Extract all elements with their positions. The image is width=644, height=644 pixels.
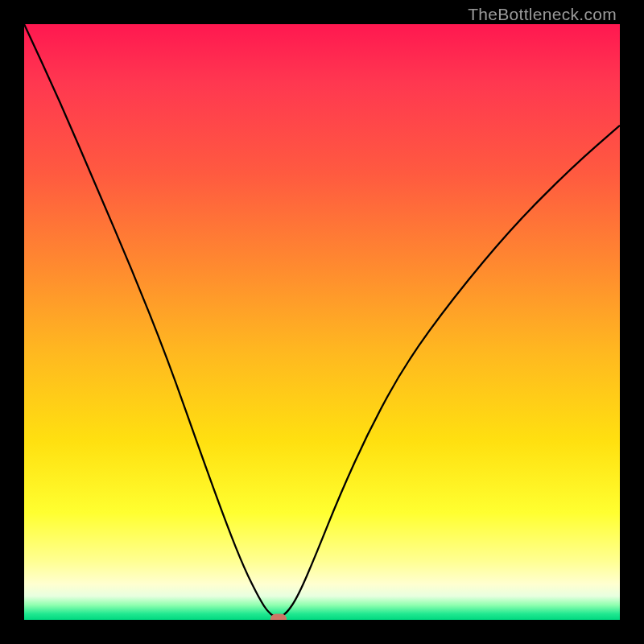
watermark-text: TheBottleneck.com <box>468 5 617 24</box>
optimum-marker <box>270 613 287 620</box>
curve-svg <box>24 24 620 620</box>
plot-area <box>24 24 620 620</box>
bottleneck-curve-path <box>24 24 620 617</box>
chart-frame: TheBottleneck.com <box>0 0 644 644</box>
